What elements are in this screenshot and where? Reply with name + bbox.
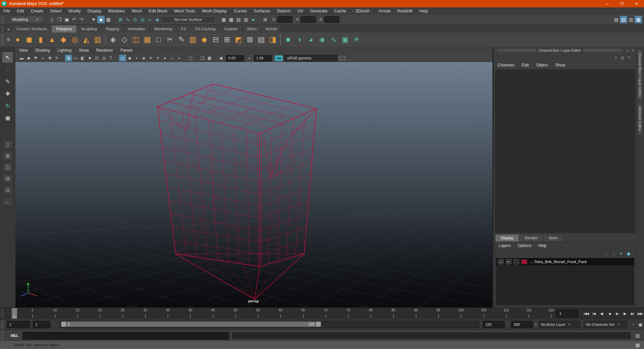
xray-display-icon[interactable]: ✳	[147, 55, 154, 61]
channel-menu-edit[interactable]: Edit	[518, 63, 533, 67]
new-scene-icon[interactable]: ▯	[48, 16, 56, 23]
view-transform-dropdown[interactable]: sRGB gamma	[284, 55, 337, 61]
shelf-tab-fx[interactable]: FX	[177, 26, 191, 33]
menu-display[interactable]: Display	[84, 9, 105, 13]
auto-keyframe-icon[interactable]: ◉	[637, 321, 644, 328]
playback-end-field[interactable]: 120	[483, 321, 505, 328]
layer-row[interactable]: V P ...:Tetra_Brik_Recart_Food_Pack	[496, 258, 634, 266]
menu-mesh-tools[interactable]: Mesh Tools	[171, 9, 199, 13]
layer-tab-display[interactable]: Display	[495, 234, 519, 242]
smooth-shade-icon[interactable]: ◆	[126, 55, 133, 61]
speed-control-icon[interactable]: ◍	[619, 55, 626, 61]
shelf-tab-sculpting[interactable]: Sculpting	[77, 26, 102, 33]
separate-icon[interactable]: ◇	[119, 34, 130, 45]
menu-create[interactable]: Create	[28, 9, 47, 13]
channel-box-toggle-icon[interactable]: ▦	[635, 16, 642, 23]
grease-pencil-icon[interactable]: ✎	[53, 55, 60, 61]
quad-draw-icon[interactable]: ◩	[233, 34, 244, 45]
snap-grid-icon[interactable]: ⊞	[117, 16, 124, 23]
quick-help-icon[interactable]: ▦	[634, 341, 641, 349]
camera-bookmark-icon[interactable]: ⚑	[32, 55, 39, 61]
step-back-frame-button[interactable]: ◀|	[598, 309, 605, 317]
grip-handle[interactable]	[1, 16, 4, 23]
wireframe-display-icon[interactable]: ◇	[119, 55, 126, 61]
range-slider-bar[interactable]: 1 120	[61, 321, 321, 327]
open-scene-icon[interactable]: ❒	[56, 16, 63, 23]
layer-tab-render[interactable]: Render	[519, 234, 543, 242]
save-scene-icon[interactable]: ▣	[63, 16, 70, 23]
menu-edit-mesh[interactable]: Edit Mesh	[145, 9, 171, 13]
chevron-down-icon[interactable]: ▼	[534, 323, 537, 326]
manipulator-axis-icon[interactable]: ✛	[612, 55, 619, 61]
safe-title-icon[interactable]: T	[107, 55, 114, 61]
close-panel-icon[interactable]: ×	[630, 48, 635, 53]
pan-zoom-icon[interactable]: ✚	[46, 55, 53, 61]
boolean-icon[interactable]: □	[153, 34, 164, 45]
restore-button[interactable]: ❐	[614, 0, 629, 7]
go-to-start-button[interactable]: |◀◀	[582, 309, 590, 317]
anim-end-field[interactable]: 200	[511, 321, 533, 328]
layer-playback-toggle[interactable]: P	[505, 259, 512, 264]
spread-icon[interactable]: ✳	[351, 34, 362, 45]
contrast-icon[interactable]: ◑	[246, 55, 253, 61]
motion-blur-toggle-icon[interactable]: ◑	[175, 55, 182, 61]
shelf-gear-icon[interactable]: ⚙	[5, 37, 11, 43]
layout-collapse-icon[interactable]: –	[2, 197, 13, 206]
combine-icon[interactable]: ◈	[107, 34, 119, 45]
menu-mesh[interactable]: Mesh	[128, 9, 146, 13]
menu-cache[interactable]: Cache	[331, 9, 350, 13]
target-weld-icon[interactable]: ⊠	[244, 34, 256, 45]
scale-tool-icon[interactable]: ▣	[2, 112, 13, 123]
smooth-icon[interactable]: ▦	[142, 34, 153, 45]
poly-pipe-icon[interactable]: ▥	[92, 34, 103, 45]
sculpt-grab-icon[interactable]: ◖	[294, 34, 305, 45]
layer-color-swatch[interactable]	[521, 259, 527, 264]
shelf-tab-polygons[interactable]: Polygons	[52, 26, 76, 33]
anim-layer-dropdown[interactable]: No Anim Layer ▼	[539, 321, 580, 328]
sculpt-wave-icon[interactable]: ∿	[328, 34, 339, 45]
use-default-material-icon[interactable]: ◈	[140, 55, 147, 61]
render-settings-icon[interactable]: ▤	[235, 16, 242, 23]
menu-arnold[interactable]: Arnold	[375, 9, 394, 13]
shelf-tab-xgen[interactable]: XGen	[243, 26, 261, 33]
snap-view-plane-icon[interactable]: ▱	[146, 16, 154, 23]
play-forwards-button[interactable]: ▶	[613, 309, 621, 317]
minimize-button[interactable]: —	[600, 0, 614, 7]
shelf-tab-rigging[interactable]: Rigging	[102, 26, 124, 33]
script-editor-icon[interactable]: ▤	[634, 332, 641, 339]
step-forward-key-button[interactable]: ▶|	[629, 309, 636, 317]
field-chart-icon[interactable]: ⊡	[93, 55, 100, 61]
bridge-icon[interactable]: ⊟	[210, 34, 221, 45]
wireframe-model[interactable]	[15, 62, 492, 307]
menu-windows[interactable]: Windows	[105, 9, 128, 13]
layout-four-pane-icon[interactable]: ⊞	[2, 151, 13, 160]
exposure-field[interactable]: 0.00	[226, 55, 244, 61]
resolution-gate-icon[interactable]: ◧	[79, 55, 86, 61]
lock-camera-icon[interactable]: ◙	[25, 55, 32, 61]
panel-menu-lighting[interactable]: Lighting	[54, 48, 75, 53]
menu-modify[interactable]: Modify	[65, 9, 84, 13]
close-button[interactable]: ✕	[629, 0, 644, 7]
channel-box-header[interactable]: Channel Box / Layer Editor ▱×	[494, 47, 637, 54]
sculpt-plane-icon[interactable]: ■	[282, 34, 294, 45]
menu-edit[interactable]: Edit	[13, 9, 28, 13]
menu-select[interactable]: Select	[47, 9, 65, 13]
grip-handle[interactable]	[1, 309, 4, 318]
multi-cut-icon[interactable]: ✂	[164, 34, 176, 45]
layer-menu-options[interactable]: Options	[514, 243, 535, 248]
select-camera-icon[interactable]: ▬	[18, 55, 25, 61]
move-layer-up-icon[interactable]: ↑	[603, 250, 610, 257]
shelf-menu-icon[interactable]: ≡	[5, 27, 11, 33]
x-input[interactable]	[277, 16, 292, 23]
layout-persp-outliner-icon[interactable]: ◫	[2, 162, 13, 172]
panel-menu-panels[interactable]: Panels	[117, 48, 137, 53]
range-start-handle[interactable]	[61, 322, 66, 327]
z-input[interactable]	[324, 16, 339, 23]
edit-edge-flow-icon[interactable]: ⊞	[221, 34, 233, 45]
poly-pyramid-icon[interactable]: ◭	[80, 34, 92, 45]
hypershade-icon[interactable]: ▥	[242, 16, 250, 23]
chevron-down-icon[interactable]: ▼	[338, 55, 347, 61]
pencil-icon[interactable]: ✎	[626, 55, 633, 61]
crease-tool-icon[interactable]: ✎	[176, 34, 187, 45]
create-empty-layer-icon[interactable]: ◆	[625, 250, 632, 257]
